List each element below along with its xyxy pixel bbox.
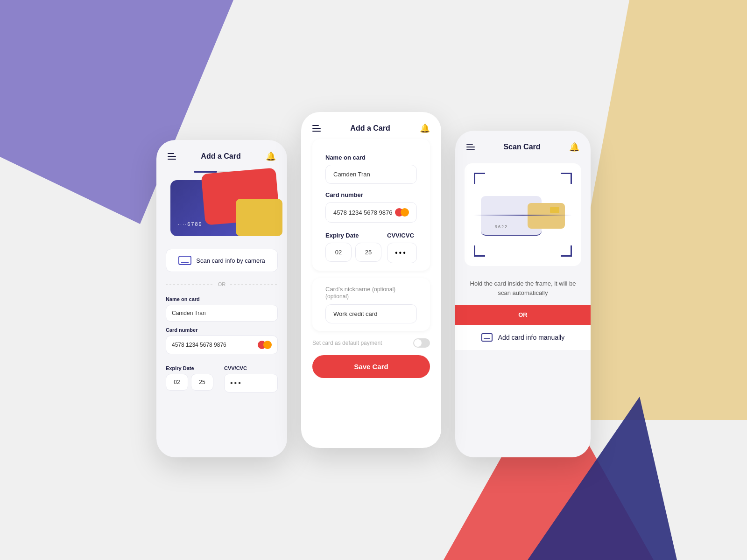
name-label-left: Name on card xyxy=(166,296,278,302)
cvv-center: CVV/CVC ••• xyxy=(387,224,417,263)
expiry-label-left: Expiry Date xyxy=(166,365,219,371)
phone-center: Add a Card 🔔 Name on card Card number 45… xyxy=(301,112,441,448)
phone-center-title: Add a Card xyxy=(350,124,390,133)
card-block-1-center: Name on card Card number 4578 1234 5678 … xyxy=(312,139,430,271)
form-left: Name on card Card number 4578 1234 5678 … xyxy=(156,296,287,392)
expiry-month-left[interactable] xyxy=(166,374,188,391)
card-yellow xyxy=(236,199,282,236)
card-label-center: Card number xyxy=(325,191,417,198)
nickname-label-center: Card's nickname (optional) (optional) xyxy=(325,286,417,300)
name-label-center: Name on card xyxy=(325,154,417,161)
manual-btn-label: Add card info manually xyxy=(498,334,564,341)
name-input-center[interactable] xyxy=(325,165,417,184)
corner-bl xyxy=(474,245,485,257)
default-row-center: Set card as default payment xyxy=(301,338,441,348)
expiry-label-center: Expiry Date xyxy=(325,232,381,239)
phone-center-header: Add a Card 🔔 xyxy=(301,112,441,139)
mastercard-icon-left xyxy=(258,341,272,349)
card-label-left: Card number xyxy=(166,327,278,333)
expiry-cvv-labels: Expiry Date CVV/CVC ••• xyxy=(166,360,278,392)
or-section-right: OR xyxy=(455,305,591,325)
expiry-center: Expiry Date xyxy=(325,224,381,263)
corner-br xyxy=(561,245,572,257)
expiry-section-left: Expiry Date xyxy=(166,360,219,392)
expiry-year-center[interactable] xyxy=(355,243,381,262)
camera-icon-left xyxy=(178,256,191,265)
phone-left-header: Add a Card 🔔 xyxy=(156,140,287,167)
or-label-right: OR xyxy=(518,311,528,318)
card-number-row-left: 4578 1234 5678 9876 xyxy=(166,336,278,354)
phone-left-title: Add a Card xyxy=(201,152,240,161)
card-display-left xyxy=(166,171,278,243)
scan-frame xyxy=(465,163,581,266)
scan-instructions: Hold the card inside the frame, it will … xyxy=(455,272,591,305)
bell-icon-center[interactable]: 🔔 xyxy=(420,123,430,133)
or-divider-left: OR xyxy=(156,278,287,291)
expiry-cvv-center: Expiry Date CVV/CVC ••• xyxy=(325,224,417,263)
scan-card-yellow xyxy=(528,203,565,229)
menu-icon-left[interactable] xyxy=(168,153,176,160)
bell-icon-right[interactable]: 🔔 xyxy=(569,142,579,152)
card-block-2-center: Card's nickname (optional) (optional) xyxy=(312,278,430,331)
scan-btn-label-left: Scan card info by camera xyxy=(196,257,265,264)
default-label-center: Set card as default payment xyxy=(312,340,382,346)
expiry-month-center[interactable] xyxy=(325,243,352,262)
phone-right: Scan Card 🔔 Hold the card xyxy=(455,131,591,457)
cvv-dots-left: ••• xyxy=(230,379,242,387)
card-progress-fill xyxy=(194,171,217,173)
bell-icon-left[interactable]: 🔔 xyxy=(266,151,276,161)
menu-icon-center[interactable] xyxy=(312,125,321,132)
scan-card-chip xyxy=(550,207,559,213)
scan-line xyxy=(474,215,572,216)
cvv-label-left: CVV/CVC xyxy=(224,365,278,371)
add-card-manually-button[interactable]: Add card info manually xyxy=(455,325,591,350)
expiry-year-left[interactable] xyxy=(191,374,213,391)
phone-left: Add a Card 🔔 Scan card info by camera OR… xyxy=(156,140,287,457)
phone-right-header: Scan Card 🔔 xyxy=(455,131,591,158)
phones-container: Add a Card 🔔 Scan card info by camera OR… xyxy=(156,103,591,457)
cvv-section-left: CVV/CVC ••• xyxy=(224,360,278,392)
cvv-input-left[interactable]: ••• xyxy=(224,374,278,392)
phone-right-title: Scan Card xyxy=(503,143,540,151)
default-toggle-center[interactable] xyxy=(413,338,430,348)
scan-camera-button-left[interactable]: Scan card info by camera xyxy=(166,249,278,272)
cvv-label-center: CVV/CVC xyxy=(387,232,417,239)
cvv-input-center[interactable]: ••• xyxy=(387,243,417,263)
card-manual-icon xyxy=(481,333,493,342)
scan-instructions-text: Hold the card inside the frame, it will … xyxy=(465,279,581,297)
card-number-row-center: 4578 1234 5678 9876 xyxy=(325,202,417,223)
card-number-text-center: 4578 1234 5678 9876 xyxy=(333,209,393,216)
menu-icon-right[interactable] xyxy=(466,144,475,150)
corner-tl xyxy=(474,173,485,184)
cvv-dots-center: ••• xyxy=(395,249,407,257)
corner-tr xyxy=(561,173,572,184)
nickname-input-center[interactable] xyxy=(325,304,417,323)
card-number-text-left: 4578 1234 5678 9876 xyxy=(172,342,226,348)
save-card-button[interactable]: Save Card xyxy=(312,355,430,378)
or-label-left: OR xyxy=(218,281,226,287)
name-input-left[interactable] xyxy=(166,305,278,322)
mastercard-icon-center xyxy=(395,208,409,217)
